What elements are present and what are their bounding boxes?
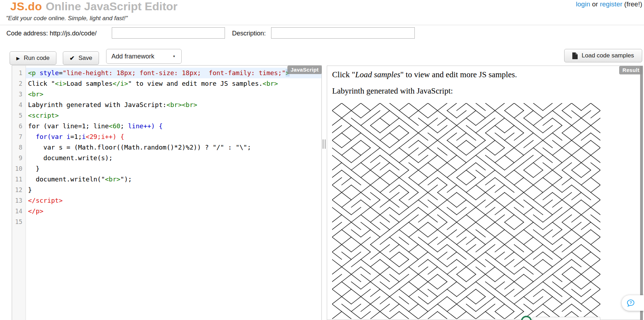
- line-number: 1: [12, 68, 26, 78]
- code-line: Click "<i>Load samples</i>" to view and …: [26, 78, 321, 89]
- result-panel: Click "Load samples" to view and edit mo…: [327, 66, 643, 320]
- code-line: for (var line=1; line<60; line++) {: [26, 121, 321, 131]
- code-address-label: Code address: http://js.do/code/: [6, 30, 97, 37]
- login-link[interactable]: login: [576, 0, 590, 8]
- logo-subtitle: Online JavaScript Editor: [46, 0, 178, 13]
- description-label: Description:: [232, 30, 266, 37]
- app-logo: JS.doOnline JavaScript Editor: [10, 0, 177, 13]
- save-label: Save: [78, 55, 92, 62]
- auth-separator: or: [590, 0, 600, 8]
- line-number: 7: [12, 131, 26, 142]
- line-number: 11: [12, 174, 26, 185]
- line-number: 12: [12, 185, 26, 195]
- help-button[interactable]: ?: [622, 295, 644, 311]
- save-button[interactable]: ✔ Save: [63, 51, 99, 65]
- chat-widget-bar[interactable]: [533, 317, 600, 320]
- line-number: 10: [12, 163, 26, 174]
- framework-select-wrap: Add framework ▾: [106, 49, 182, 64]
- line-number-gutter: 123456789101112131415: [12, 66, 26, 320]
- header-divider: [0, 25, 644, 25]
- code-line: document.write(s);: [26, 153, 321, 163]
- code-line: }: [26, 185, 321, 195]
- line-number: 14: [12, 206, 26, 217]
- result-scrollbar[interactable]: [640, 66, 643, 320]
- svg-text:?: ?: [629, 301, 632, 305]
- panel-splitter-handle[interactable]: [322, 139, 326, 149]
- code-line: var s = (Math.floor((Math.random()*2)%2)…: [26, 142, 321, 153]
- js-do-editor-page: JS.doOnline JavaScript Editor "Edit your…: [0, 0, 644, 320]
- line-number: 6: [12, 121, 26, 131]
- run-code-label: Run code: [24, 55, 50, 62]
- code-line: <script>: [26, 110, 321, 121]
- labyrinth-maze: [332, 103, 600, 319]
- line-number: 15: [12, 217, 26, 227]
- code-address-input[interactable]: [112, 27, 225, 39]
- tagline: "Edit your code online. Simple, light an…: [6, 15, 128, 22]
- file-icon: [572, 52, 578, 59]
- result-content: Click "Load samples" to view and edit mo…: [327, 66, 643, 319]
- code-line: for(var i=1;i<29;i++) {: [26, 131, 321, 142]
- help-chat-icon: ?: [626, 299, 635, 308]
- play-icon: ▶: [16, 56, 20, 61]
- register-link[interactable]: register: [600, 0, 622, 8]
- javascript-mode-badge: JavaScript: [287, 66, 322, 74]
- result-line-1: Click "Load samples" to view and edit mo…: [332, 71, 643, 79]
- code-editor-panel: 123456789101112131415 <p style="line-hei…: [12, 65, 322, 320]
- code-line: [26, 217, 321, 227]
- code-area[interactable]: <p style="line-height: 18px; font-size: …: [26, 66, 321, 320]
- auth-links: login or register (free!): [576, 0, 642, 8]
- line-number: 4: [12, 100, 26, 110]
- line-number: 3: [12, 89, 26, 100]
- code-line: }: [26, 163, 321, 174]
- line-number: 9: [12, 153, 26, 163]
- code-line: <br>: [26, 89, 321, 100]
- line-number: 8: [12, 142, 26, 153]
- logo-text: JS.do: [10, 0, 42, 13]
- auth-free-note: (free!): [622, 0, 642, 8]
- code-line: </script>: [26, 195, 321, 206]
- load-samples-italic: Load samples: [355, 70, 400, 79]
- check-icon: ✔: [70, 55, 75, 62]
- load-samples-label: Load code samples: [582, 52, 634, 59]
- line-number: 5: [12, 110, 26, 121]
- code-lines: <p style="line-height: 18px; font-size: …: [26, 68, 321, 227]
- result-line-2: Labyrinth generated with JavaScript:: [332, 87, 643, 95]
- framework-select[interactable]: Add framework: [106, 49, 182, 64]
- code-line: Labyrinth generated with JavaScript:<br>…: [26, 100, 321, 110]
- code-line: document.writeln("<br>");: [26, 174, 321, 185]
- load-samples-button[interactable]: Load code samples: [564, 49, 642, 62]
- line-number: 13: [12, 195, 26, 206]
- description-input[interactable]: [271, 27, 415, 39]
- code-line: <p style="line-height: 18px; font-size: …: [26, 68, 321, 78]
- result-badge: Result: [619, 66, 643, 74]
- line-number: 2: [12, 78, 26, 89]
- code-line: </p>: [26, 206, 321, 217]
- run-code-button[interactable]: ▶ Run code: [10, 51, 56, 65]
